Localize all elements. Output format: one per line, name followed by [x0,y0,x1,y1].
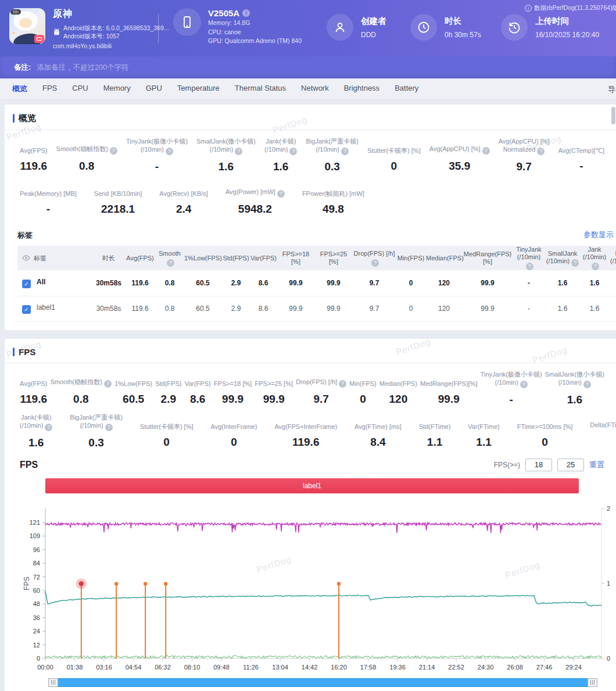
metric: Median(FPS)120 [379,370,417,406]
range-handle-right[interactable] [588,678,597,687]
metric-value: - [481,393,542,406]
svg-text:0: 0 [607,655,610,662]
help-icon[interactable]: ? [277,190,285,198]
help-icon[interactable]: ? [571,259,579,267]
metric-value: 0 [349,393,376,406]
help-icon[interactable]: ? [289,148,297,155]
tab-FPS[interactable]: FPS [35,84,65,94]
metric-value: 49.8 [302,203,364,216]
metric: Drop(FPS) [/h]?9.7 [296,370,346,406]
svg-text:FPS: FPS [23,577,31,590]
android-icon [53,28,60,37]
help-icon[interactable]: ? [592,263,599,270]
device-model: V2505A [208,8,239,18]
reset-button[interactable]: 重置 [589,460,604,470]
table-cell: 2.9 [222,296,250,321]
range-handle-left[interactable] [48,678,58,687]
svg-text:14:42: 14:42 [302,664,318,671]
labels-table-title: 标签 [17,231,33,239]
metric: Avg(CTemp)[℃]- [558,137,604,173]
tab-GPU[interactable]: GPU [138,84,170,94]
metric: Jank(卡顿)(/10min)?1.6 [20,413,52,449]
metric: Avg(InterFrame)0 [211,413,257,449]
page-scrollbar-thumb[interactable] [611,107,615,124]
export-button[interactable]: 导出 [608,84,616,95]
svg-text:06:32: 06:32 [155,664,171,671]
metric-value: - [558,160,604,173]
help-icon[interactable]: ? [537,148,545,155]
report-header: ✦ 5th 原神 Android版本名: 6.0.0_36598533_369.… [0,0,616,56]
tab-Thermal Status[interactable]: Thermal Status [227,84,293,94]
help-icon[interactable]: ? [526,263,533,270]
tab-Battery[interactable]: Battery [387,84,426,94]
tab-Temperature[interactable]: Temperature [170,84,227,94]
metric: TinyJank(极微小卡顿)(/10min)?- [481,370,542,406]
tab-Brightness[interactable]: Brightness [336,84,387,94]
metric-value: 119.6 [20,393,47,406]
help-icon[interactable]: ? [105,424,113,431]
svg-text:16:20: 16:20 [331,664,347,671]
info-icon[interactable]: i [242,9,250,17]
tab-概览[interactable]: 概览 [5,84,35,94]
label-segment-bar[interactable]: label1 [45,478,579,493]
metric: Avg(AppCPU) [%]Normalized?9.7 [499,137,550,173]
table-cell: 0 [396,270,425,296]
section-accent-bar [13,348,15,356]
help-icon[interactable]: ? [110,147,117,155]
row-checkbox[interactable]: ✓ [22,305,31,314]
metric-value: 119.6 [274,436,337,449]
help-icon[interactable]: ? [339,380,346,388]
help-icon[interactable]: ? [520,381,528,388]
table-cell: 1.6 [545,270,580,296]
column-header: Min(FPS) [396,246,425,270]
help-icon[interactable]: ? [583,381,591,388]
help-icon[interactable]: ? [235,148,242,155]
help-icon[interactable]: ? [167,259,174,267]
fps-metrics-row2: Jank(卡顿)(/10min)?1.6BigJank(严重卡顿)(/10min… [5,413,616,449]
metric-value: 1.1 [419,436,451,449]
column-header: Var(FPS) [250,246,277,270]
fps-threshold-input-2[interactable]: 25 [557,459,584,471]
help-icon[interactable]: ? [104,380,112,388]
help-icon[interactable]: ? [166,148,173,155]
help-icon[interactable]: ? [45,424,52,431]
tab-CPU[interactable]: CPU [65,84,95,94]
row-checkbox[interactable]: ✓ [22,280,31,288]
help-icon[interactable]: ? [371,259,379,267]
metric: SmallJank(微小卡顿)(/10min)?1.6 [196,137,256,173]
section-accent-bar [13,114,15,123]
metric: Avg(FTime) [ms]8.4 [354,413,402,449]
tab-bar: 概览FPSCPUMemoryGPUTemperatureThermal Stat… [0,78,616,100]
table-cell: 9.7 [352,296,396,321]
svg-text:1: 1 [607,580,610,587]
metric: TinyJank(极微小卡顿)(/10min)?- [126,137,188,173]
table-cell: 0.8 [156,296,184,321]
fps-line-chart[interactable]: 0122436486072849610912101200:0001:3803:1… [22,498,610,676]
tab-Network[interactable]: Network [293,84,336,94]
eye-icon[interactable] [22,254,30,262]
help-icon[interactable]: ? [341,148,349,155]
fps-threshold-input-1[interactable]: 18 [525,459,552,471]
table-cell: 99.9 [315,270,352,296]
phone-icon [173,8,201,36]
metric-value: 0.8 [56,160,117,173]
metric-value: 1.9 [590,436,616,449]
metric: BigJank(严重卡顿)(/10min)?0.3 [306,137,358,173]
range-track[interactable] [58,678,588,687]
table-cell: 120 [425,270,463,296]
tab-Memory[interactable]: Memory [96,84,138,94]
param-display-link[interactable]: 参数显示 [583,230,614,240]
row-label: All [37,278,45,286]
column-header: Median(FPS) [425,246,463,270]
metric-value: 0 [211,436,257,449]
column-header: Jank(/10min)? [580,246,609,270]
help-icon[interactable]: ? [482,147,490,155]
metric-value: 0.3 [306,160,358,173]
column-header: Avg(FPS) [124,246,156,270]
metric-value: 2218.1 [94,203,142,216]
table-cell [609,296,616,321]
upload-value: 16/10/2025 16:20:40 [535,31,599,39]
metric: Smooth(稳帧指数)?0.8 [51,370,112,406]
table-cell: - [513,296,545,321]
note-input-bar[interactable]: 备注: 添加备注，不超过200个字符 [0,56,616,78]
